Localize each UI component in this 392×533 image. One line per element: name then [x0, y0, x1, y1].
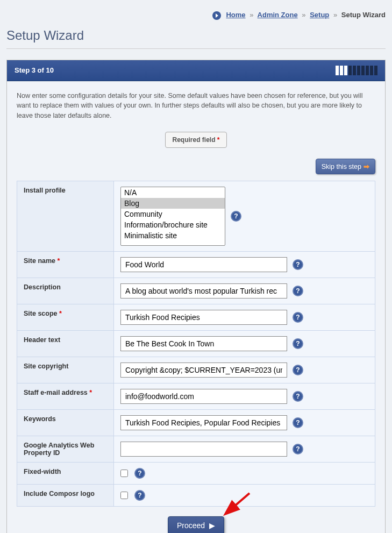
help-icon[interactable]: ? — [134, 490, 145, 501]
help-icon[interactable]: ? — [293, 391, 303, 402]
page-title: Setup Wizard — [6, 28, 386, 49]
description-input[interactable] — [120, 283, 287, 299]
arrow-right-icon: ➡ — [364, 163, 369, 170]
label-header-text: Header text — [17, 330, 114, 357]
label-ga-id: Google Analytics Web Property ID — [17, 436, 114, 462]
site-name-input[interactable] — [120, 257, 287, 272]
site-scope-input[interactable] — [120, 310, 287, 325]
help-icon[interactable]: ? — [134, 468, 145, 479]
help-icon[interactable]: ? — [293, 338, 303, 349]
chevron-right-icon: ▶ — [209, 521, 215, 530]
label-site-scope: Site scope * — [17, 304, 114, 330]
label-description: Description — [17, 278, 114, 304]
help-icon[interactable]: ? — [293, 259, 303, 270]
keywords-input[interactable] — [120, 415, 287, 430]
wizard-panel: Step 3 of 10 Now enter some configuratio… — [6, 60, 386, 533]
label-site-copyright: Site copyright — [17, 357, 114, 383]
install-profile-select[interactable]: N/A Blog Community Information/brochure … — [120, 187, 225, 246]
breadcrumb-admin-zone[interactable]: Admin Zone — [258, 11, 298, 19]
breadcrumb: Home » Admin Zone » Setup » Setup Wizard — [6, 0, 386, 28]
fixed-width-checkbox[interactable] — [120, 470, 128, 477]
help-icon[interactable]: ? — [293, 286, 303, 296]
help-icon[interactable]: ? — [293, 312, 303, 323]
breadcrumb-home[interactable]: Home — [226, 11, 245, 19]
label-include-logo: Include Composr logo — [17, 484, 114, 506]
label-fixed-width: Fixed-width — [17, 462, 114, 484]
wizard-header: Step 3 of 10 — [7, 60, 385, 81]
help-icon[interactable]: ? — [293, 365, 303, 375]
site-copyright-input[interactable] — [120, 363, 287, 378]
label-keywords: Keywords — [17, 409, 114, 436]
breadcrumb-icon — [212, 11, 221, 20]
breadcrumb-current: Setup Wizard — [341, 11, 386, 19]
progress-indicator — [336, 66, 377, 75]
help-icon[interactable]: ? — [293, 444, 303, 454]
intro-text: Now enter some configuration details for… — [17, 91, 375, 121]
help-icon[interactable]: ? — [231, 211, 241, 222]
staff-email-input[interactable] — [120, 389, 287, 404]
label-install-profile: Install profile — [17, 181, 114, 251]
required-field-badge: Required field * — [165, 132, 226, 148]
proceed-button[interactable]: Proceed▶ — [168, 516, 224, 533]
breadcrumb-setup[interactable]: Setup — [310, 11, 329, 19]
include-logo-checkbox[interactable] — [120, 492, 128, 499]
help-icon[interactable]: ? — [293, 417, 303, 428]
label-site-name: Site name * — [17, 251, 114, 278]
skip-step-button[interactable]: Skip this step➡ — [316, 159, 375, 174]
step-label: Step 3 of 10 — [15, 66, 54, 74]
ga-id-input[interactable] — [120, 442, 287, 457]
header-text-input[interactable] — [120, 336, 287, 351]
config-form-table: Install profile N/A Blog Community Infor… — [17, 181, 375, 507]
label-staff-email: Staff e-mail address * — [17, 383, 114, 409]
